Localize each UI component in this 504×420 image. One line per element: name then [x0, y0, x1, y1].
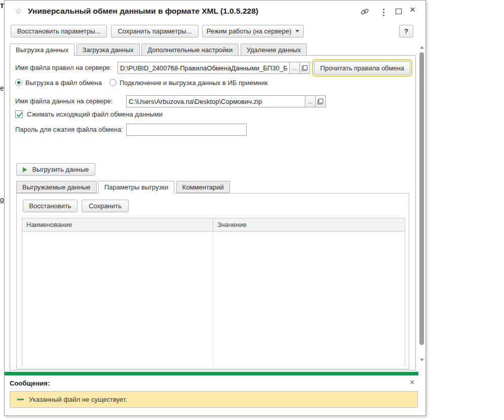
radio-export-to-infobase[interactable]: [109, 79, 117, 86]
maximize-icon[interactable]: [396, 9, 402, 14]
column-header-value[interactable]: Значение: [213, 218, 405, 231]
params-table: Наименование Значение: [22, 218, 405, 366]
tab-exported-data[interactable]: Выгружаемые данные: [16, 181, 97, 193]
scroll-up-icon[interactable]: [420, 46, 424, 49]
message-dash-icon: [17, 399, 24, 400]
close-icon[interactable]: ×: [410, 5, 415, 14]
rules-file-open-button[interactable]: [299, 62, 310, 74]
tab-additional-settings[interactable]: Дополнительные настройки: [141, 44, 239, 56]
params-table-body[interactable]: [22, 232, 405, 366]
scrollbar-thumb[interactable]: [419, 52, 424, 345]
background-window-fragment: о: [0, 196, 4, 204]
dialog-universal-xml-exchange: ☆ Универсальный обмен данными в формате …: [4, 0, 426, 416]
column-header-name[interactable]: Наименование: [22, 218, 213, 231]
read-rules-button[interactable]: Прочитать правила обмена: [314, 61, 410, 74]
compress-checkbox[interactable]: [15, 110, 23, 118]
messages-splitter[interactable]: [5, 372, 418, 375]
column-divider: [213, 232, 214, 366]
help-button[interactable]: ?: [399, 25, 413, 37]
open-file-icon: [318, 99, 323, 104]
messages-title: Сообщения:: [10, 379, 50, 387]
export-data-label: Выгрузить данные: [32, 166, 89, 173]
chevron-down-icon: [295, 30, 299, 32]
data-file-input[interactable]: [126, 95, 305, 107]
messages-close-icon[interactable]: ×: [410, 378, 414, 387]
background-window-fragment: т: [0, 1, 4, 10]
rules-file-label: Имя файла правил на сервере:: [15, 62, 111, 74]
work-mode-button[interactable]: Режим работы (на сервере): [202, 25, 304, 37]
radio-export-to-infobase-label: Подключение и выгрузка данных в ИБ прием…: [120, 77, 268, 89]
vertical-scrollbar[interactable]: [419, 45, 424, 361]
tab-delete-data[interactable]: Удаление данных: [241, 44, 307, 56]
export-tab-panel: Имя файла правил на сервере: ... Прочита…: [10, 55, 416, 370]
params-table-header: Наименование Значение: [22, 218, 405, 232]
tab-comment[interactable]: Комментарий: [176, 181, 230, 193]
play-icon: [23, 167, 27, 172]
data-file-open-button[interactable]: [315, 95, 326, 107]
work-mode-label: Режим работы (на сервере): [207, 27, 292, 35]
scroll-down-icon[interactable]: [420, 359, 424, 361]
password-label: Пароль для сжатия файла обмена:: [15, 124, 123, 136]
window-title: Универсальный обмен данными в формате XM…: [28, 7, 258, 16]
favorite-star-icon[interactable]: ☆: [15, 6, 22, 16]
radio-export-to-file-label: Выгрузка в файл обмена: [25, 77, 102, 89]
message-item[interactable]: Указанный файл не существует.: [10, 391, 418, 408]
export-params-panel: Восстановить Сохранить Наименование Знач…: [16, 193, 409, 369]
background-window-fragment: е: [0, 84, 4, 92]
inner-tab-strip: Выгружаемые данные Параметры выгрузки Ко…: [16, 181, 229, 193]
data-file-label: Имя файла данных на сервере:: [15, 95, 112, 107]
rules-file-browse-button[interactable]: ...: [289, 62, 300, 74]
open-file-icon: [302, 65, 307, 71]
tab-export-params[interactable]: Параметры выгрузки: [98, 181, 174, 194]
tab-import-data[interactable]: Загрузка данных: [76, 44, 140, 56]
rules-file-input[interactable]: [118, 62, 290, 74]
export-data-button[interactable]: Выгрузить данные: [16, 163, 95, 176]
tab-export-data[interactable]: Выгрузка данных: [10, 44, 74, 56]
password-input[interactable]: [126, 124, 247, 136]
data-file-browse-button[interactable]: ...: [305, 95, 316, 107]
compress-checkbox-label: Сжимать исходящий файл обмена данными: [27, 108, 163, 121]
restore-params-button[interactable]: Восстановить параметры...: [11, 25, 107, 37]
radio-export-to-file[interactable]: [15, 79, 22, 86]
restore-button[interactable]: Восстановить: [23, 200, 77, 212]
save-params-button[interactable]: Сохранить параметры...: [111, 25, 199, 37]
message-text: Указанный файл не существует.: [29, 396, 127, 403]
main-tab-strip: Выгрузка данных Загрузка данных Дополнит…: [10, 44, 306, 56]
more-menu-icon[interactable]: [383, 9, 385, 18]
save-button[interactable]: Сохранить: [82, 200, 129, 212]
screen: т е о ☆ Универсальный обмен данными в фо…: [0, 0, 504, 420]
link-icon[interactable]: [360, 7, 369, 18]
